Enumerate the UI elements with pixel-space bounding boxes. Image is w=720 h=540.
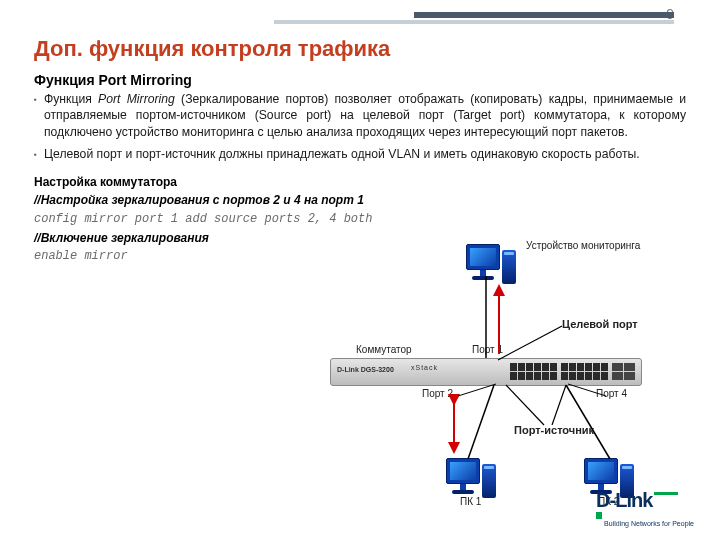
label-switch: Коммутатор xyxy=(356,344,412,355)
paragraph-2: Целевой порт и порт-источник должны прин… xyxy=(34,146,686,162)
paragraph-1: Функция Port Mirroring (Зеркалирование п… xyxy=(34,91,686,140)
config-comment-1: //Настройка зеркалирования с портов 2 и … xyxy=(34,191,686,210)
decor-bar-light xyxy=(274,20,674,24)
dlink-logo: D-Link Building Networks for People xyxy=(596,489,694,530)
line-target xyxy=(496,326,566,362)
monitor-pc-icon xyxy=(466,244,500,280)
network-diagram: Устройство мониторинга ПК 1 ПК 2 D-Link … xyxy=(326,230,706,530)
line-source-1 xyxy=(504,385,554,427)
svg-line-7 xyxy=(552,385,566,425)
decor-bar-dark xyxy=(414,12,674,18)
pc1-icon xyxy=(446,458,480,494)
slide-title: Доп. функция контроля трафика xyxy=(34,36,686,62)
arrow-pc1-both xyxy=(446,394,462,454)
config-command-1: config mirror port 1 add source ports 2,… xyxy=(34,210,686,229)
line-port2-label xyxy=(456,384,500,398)
switch-ports xyxy=(510,363,635,380)
switch-brand: D-Link DGS-3200 xyxy=(337,366,394,373)
p1-lead: Функция xyxy=(44,92,98,106)
p1-term: Port Mirroring xyxy=(98,92,175,106)
slide: 9 Доп. функция контроля трафика Функция … xyxy=(0,0,720,540)
svg-line-8 xyxy=(458,384,496,396)
switch-model: xStack xyxy=(411,364,438,371)
line-port4-label xyxy=(566,384,610,398)
section-subtitle: Функция Port Mirroring xyxy=(34,72,686,88)
label-target-port: Целевой порт xyxy=(562,318,638,330)
svg-line-6 xyxy=(506,385,544,425)
switch-icon: D-Link DGS-3200 xStack xyxy=(330,358,642,386)
svg-line-9 xyxy=(568,384,606,396)
svg-line-5 xyxy=(498,326,562,360)
cable-monitor xyxy=(484,276,494,358)
config-title: Настройка коммутатора xyxy=(34,173,686,192)
logo-tagline: Building Networks for People xyxy=(604,520,694,527)
label-monitor-device: Устройство мониторинга xyxy=(526,240,640,251)
logo-text: D-Link xyxy=(596,489,652,511)
label-pc1: ПК 1 xyxy=(460,496,481,507)
